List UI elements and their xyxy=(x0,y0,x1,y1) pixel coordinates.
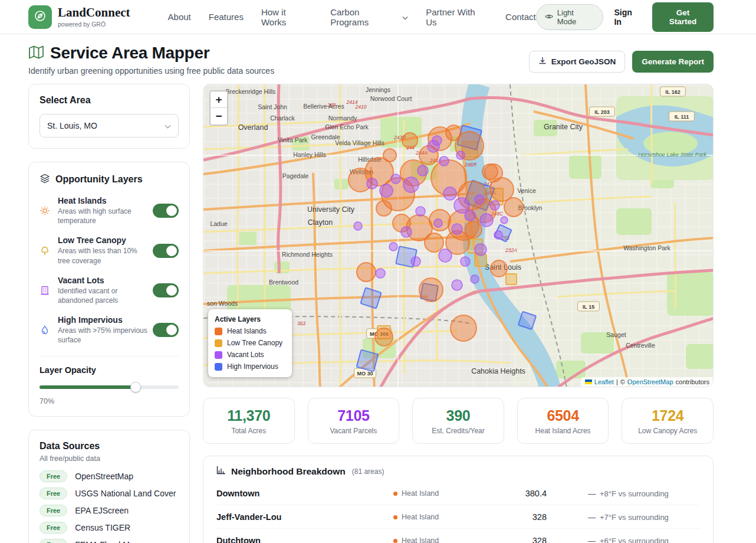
layer-row-low-tree-canopy: Low Tree Canopy Areas with less than 10%… xyxy=(40,235,179,265)
get-started-button[interactable]: Get Started xyxy=(652,2,714,32)
zoom-in-button[interactable]: + xyxy=(211,91,227,108)
brand-tagline: powered by GRŌ xyxy=(58,21,130,28)
svg-text:Normandy: Normandy xyxy=(328,115,357,122)
heat-island-dot xyxy=(393,515,397,519)
breakdown-row: Downtown Heat Island 380.4 —+8°F vs surr… xyxy=(216,482,700,505)
area-select[interactable]: St. Louis, MO xyxy=(40,114,179,138)
svg-text:Brentwood: Brentwood xyxy=(269,279,298,286)
map-attribution: Leaflet | © OpenStreetMap contributors xyxy=(581,377,713,387)
svg-text:Glen Echo Park: Glen Echo Park xyxy=(325,123,369,130)
svg-text:University City: University City xyxy=(307,205,355,214)
building-icon xyxy=(40,285,52,296)
download-icon xyxy=(538,57,547,67)
toggle-heat-islands[interactable] xyxy=(153,204,179,218)
active-layers-legend: Active Layers Heat Islands Low Tree Cano… xyxy=(208,309,292,377)
zoom-out-button[interactable]: − xyxy=(211,108,227,125)
osm-link[interactable]: OpenStreetMap xyxy=(627,378,673,385)
nav-item-partner[interactable]: Partner With Us xyxy=(426,7,488,27)
legend-item-low-tree-canopy: Low Tree Canopy xyxy=(215,339,282,347)
svg-text:Velda Village Hills: Velda Village Hills xyxy=(335,139,384,146)
slider-knob[interactable] xyxy=(130,382,141,392)
data-sources-title: Data Sources xyxy=(40,441,179,452)
map[interactable]: JenningsNorwood CourtBreckenridge HillsS… xyxy=(203,84,714,387)
svg-text:IL 162: IL 162 xyxy=(665,89,680,95)
breakdown-row: Jeff-Vander-Lou Heat Island 328 —+7°F vs… xyxy=(216,505,700,529)
map-zoom-control: + − xyxy=(209,90,228,126)
svg-text:Venice: Venice xyxy=(517,187,536,194)
breakdown-title: Neighborhood Breakdown xyxy=(231,466,346,477)
layers-title: Opportunity Layers xyxy=(55,174,143,185)
legend-item-heat-islands: Heat Islands xyxy=(215,327,282,335)
sidebar: Select Area St. Louis, MO Opportunity La… xyxy=(28,84,190,543)
data-source-item: Free FEMA Flood Maps xyxy=(40,539,179,543)
toggle-high-impervious[interactable] xyxy=(153,323,179,337)
svg-text:Bellerive Acres: Bellerive Acres xyxy=(303,103,344,110)
leaflet-link[interactable]: Leaflet xyxy=(594,378,614,385)
svg-text:Centreville: Centreville xyxy=(626,342,655,349)
droplet-icon xyxy=(40,325,52,335)
svg-text:Clayton: Clayton xyxy=(308,218,333,227)
sign-in-button[interactable]: Sign In xyxy=(614,8,641,27)
stat-heat-island-acres: 6504 Heat Island Acres xyxy=(517,398,609,444)
high-impervious-swatch xyxy=(215,363,222,371)
svg-text:Overland: Overland xyxy=(238,123,268,132)
tree-icon xyxy=(40,246,52,256)
data-source-item: Free OpenStreetMap xyxy=(40,470,179,482)
free-badge: Free xyxy=(40,488,67,499)
nav-item-about[interactable]: About xyxy=(168,12,191,22)
brand-name: LandConnect xyxy=(58,6,130,19)
stats-row: 11,370 Total Acres 7105 Vacant Parcels 3… xyxy=(203,398,714,444)
data-source-item: Free USGS National Land Cover xyxy=(40,488,179,499)
svg-text:Norwood Court: Norwood Court xyxy=(370,95,412,102)
svg-text:Vinita Park: Vinita Park xyxy=(278,136,308,143)
svg-text:2410: 2410 xyxy=(355,104,367,110)
page-subtitle: Identify urban greening opportunities us… xyxy=(28,66,274,76)
nav-item-how-it-works[interactable]: How it Works xyxy=(261,7,313,27)
layer-row-high-impervious: High Impervious Areas with >75% impervio… xyxy=(40,315,179,345)
legend-item-high-impervious: High Impervious xyxy=(215,362,282,371)
free-badge: Free xyxy=(40,539,67,543)
light-mode-toggle[interactable]: Light Mode xyxy=(536,4,604,30)
free-badge: Free xyxy=(40,505,67,516)
layer-row-heat-islands: Heat Islands Areas with high surface tem… xyxy=(40,196,179,225)
brand-logo[interactable] xyxy=(28,5,52,29)
toggle-low-tree-canopy[interactable] xyxy=(153,244,179,258)
svg-text:IL 111: IL 111 xyxy=(675,114,689,120)
opacity-value: 70% xyxy=(40,397,179,405)
neighborhood-breakdown-card: Neighborhood Breakdown (81 areas) Downto… xyxy=(203,456,714,543)
opacity-label: Layer Opacity xyxy=(40,365,179,375)
generate-report-button[interactable]: Generate Report xyxy=(632,51,714,73)
ukraine-flag-icon xyxy=(585,380,592,384)
svg-text:Ladue: Ladue xyxy=(210,220,227,227)
breakdown-count: (81 areas) xyxy=(352,467,384,476)
data-source-item: Free Census TIGER xyxy=(40,522,179,534)
nav-item-features[interactable]: Features xyxy=(209,12,244,22)
layer-row-vacant-lots: Vacant Lots Identified vacant or abandon… xyxy=(40,276,179,305)
page-title: Service Area Mapper xyxy=(50,44,209,63)
toggle-vacant-lots[interactable] xyxy=(153,283,179,297)
stat-est-credits: 390 Est. Credits/Year xyxy=(412,398,504,444)
svg-text:Cahokia Heights: Cahokia Heights xyxy=(471,367,525,375)
svg-text:363: 363 xyxy=(297,320,305,326)
svg-text:246R: 246R xyxy=(464,162,476,168)
layer-opacity-slider[interactable] xyxy=(40,382,179,392)
heat-island-dot xyxy=(393,492,397,496)
svg-text:Breckenridge Hills: Breckenridge Hills xyxy=(226,88,276,95)
svg-text:Horseshoe Lake State Park: Horseshoe Lake State Park xyxy=(638,151,707,158)
free-badge: Free xyxy=(40,522,67,534)
svg-text:Charlack: Charlack xyxy=(270,115,295,122)
nav-item-contact[interactable]: Contact xyxy=(505,12,536,22)
nav-links: About Features How it Works Carbon Progr… xyxy=(168,7,536,27)
data-sources-card: Data Sources All free/public data Free O… xyxy=(28,430,190,543)
bar-chart-icon xyxy=(216,466,226,477)
stat-total-acres: 11,370 Total Acres xyxy=(203,398,295,444)
svg-text:Pagedale: Pagedale xyxy=(282,172,309,179)
stat-vacant-parcels: 7105 Vacant Parcels xyxy=(308,398,400,444)
layers-icon xyxy=(40,173,50,186)
nav-item-carbon-programs[interactable]: Carbon Programs xyxy=(330,7,408,27)
select-area-card: Select Area St. Louis, MO xyxy=(28,84,190,149)
export-geojson-button[interactable]: Export GeoJSON xyxy=(529,51,626,73)
svg-text:Hanley Hills: Hanley Hills xyxy=(293,151,326,158)
heat-islands-swatch xyxy=(215,328,222,335)
data-sources-subtitle: All free/public data xyxy=(40,454,179,463)
